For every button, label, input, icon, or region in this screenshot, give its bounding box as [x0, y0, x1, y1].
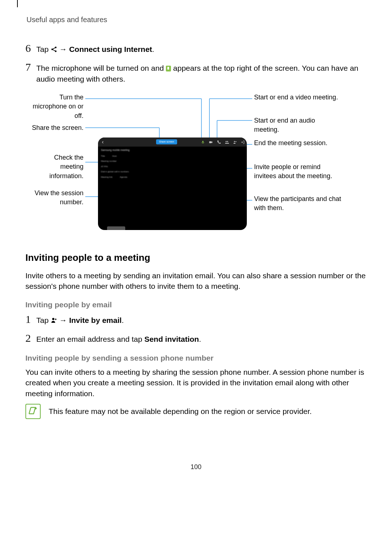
- cell: AT PIN: [101, 165, 108, 168]
- sub-title-email: Inviting people by email: [25, 299, 367, 310]
- callout-end: End the meeting session.: [254, 139, 341, 148]
- mic-active-icon: [166, 66, 171, 71]
- mic-toggle-icon: [201, 140, 205, 144]
- cell: Meeting link: [101, 176, 113, 178]
- svg-point-2: [55, 51, 56, 52]
- invite-person-icon: [51, 317, 57, 324]
- meeting-info-panel: Samsung mobile meeting TitleHost Meeting…: [101, 148, 144, 180]
- phone-body: You can invite others to a meeting by sh…: [25, 367, 367, 399]
- svg-point-24: [226, 141, 227, 142]
- cell: Host: [112, 155, 117, 157]
- callout-chat: View the participants and chat with them…: [254, 194, 341, 213]
- step-7: 7 The microphone will be turned on and a…: [25, 62, 367, 84]
- step-number: 6: [25, 43, 36, 54]
- labeled-screenshot-diagram: Turn the microphone on or off. Share the…: [29, 91, 363, 237]
- cell: Meeting number: [101, 160, 117, 163]
- page-number: 100: [25, 463, 367, 472]
- svg-point-0: [52, 49, 53, 50]
- panel-title: Samsung mobile meeting: [101, 148, 144, 152]
- callout-share: Share the screen.: [29, 123, 83, 132]
- topbar-icons: [201, 138, 245, 147]
- step-body: Tap → Invite by email.: [36, 314, 367, 325]
- page-header: Useful apps and features: [25, 15, 367, 25]
- step-number: 2: [25, 333, 36, 344]
- callout-invite: Invite people or remind invitees about t…: [254, 163, 341, 181]
- svg-point-1: [55, 47, 56, 48]
- exit-icon: [241, 140, 245, 144]
- people-icon: [225, 140, 229, 144]
- video-icon: [209, 140, 213, 144]
- callout-mic: Turn the microphone on or off.: [29, 93, 83, 120]
- callout-video: Start or end a video meeting.: [254, 93, 341, 102]
- note-text: This feature may not be available depend…: [49, 406, 312, 416]
- info-note: This feature may not be available depend…: [25, 404, 367, 419]
- command: Connect using Internet: [69, 45, 152, 53]
- text: Enter an email address and tap: [36, 335, 144, 343]
- session-number-tab: [107, 226, 125, 230]
- step-body: The microphone will be turned on and app…: [36, 62, 367, 84]
- text: Tap: [36, 45, 51, 53]
- note-icon: [25, 404, 41, 419]
- invite-icon: [233, 140, 237, 144]
- text-pre: The microphone will be turned on and: [36, 64, 166, 72]
- svg-rect-23: [209, 141, 212, 143]
- cell: Dial-in global call-in numbers: [101, 170, 129, 173]
- svg-line-3: [53, 48, 55, 49]
- section-title: Inviting people to a meeting: [25, 251, 367, 264]
- app-topbar: ‹ Share screen: [98, 138, 247, 147]
- cell: Title: [101, 155, 105, 157]
- svg-point-26: [234, 141, 235, 142]
- share-screen-button: Share screen: [156, 139, 177, 144]
- step-number: 1: [25, 314, 36, 325]
- svg-rect-22: [203, 141, 204, 143]
- arrow: →: [60, 45, 69, 53]
- end: .: [122, 316, 124, 324]
- device-screenshot: ‹ Share screen Samsung mobile meeting Ti…: [98, 138, 247, 230]
- svg-point-27: [52, 318, 54, 320]
- svg-point-25: [227, 141, 228, 142]
- share-icon: [51, 46, 57, 53]
- end: .: [152, 45, 154, 53]
- email-step-2: 2 Enter an email address and tap Send in…: [25, 333, 367, 344]
- back-icon: ‹: [98, 139, 107, 146]
- arrow: →: [60, 316, 69, 324]
- phone-icon: [217, 140, 221, 144]
- command: Invite by email: [69, 316, 122, 324]
- callout-info: Check the meeting information.: [29, 153, 83, 181]
- step-body: Enter an email address and tap Send invi…: [36, 333, 367, 344]
- step-6: 6 Tap → Connect using Internet.: [25, 43, 367, 54]
- step-body: Tap → Connect using Internet.: [36, 43, 367, 54]
- cell: Agenda: [120, 176, 127, 178]
- end: .: [199, 335, 201, 343]
- callout-session: View the session number.: [29, 189, 83, 207]
- email-step-1: 1 Tap → Invite by email.: [25, 314, 367, 325]
- page-side-mark: [17, 0, 18, 7]
- svg-line-4: [53, 50, 55, 51]
- sub-title-phone: Inviting people by sending a session pho…: [25, 353, 367, 363]
- command: Send invitation: [144, 335, 199, 343]
- section-body: Invite others to a meeting by sending an…: [25, 270, 367, 292]
- callout-audio: Start or end an audio meeting.: [254, 116, 341, 134]
- text: Tap: [36, 316, 51, 324]
- step-number: 7: [25, 62, 36, 73]
